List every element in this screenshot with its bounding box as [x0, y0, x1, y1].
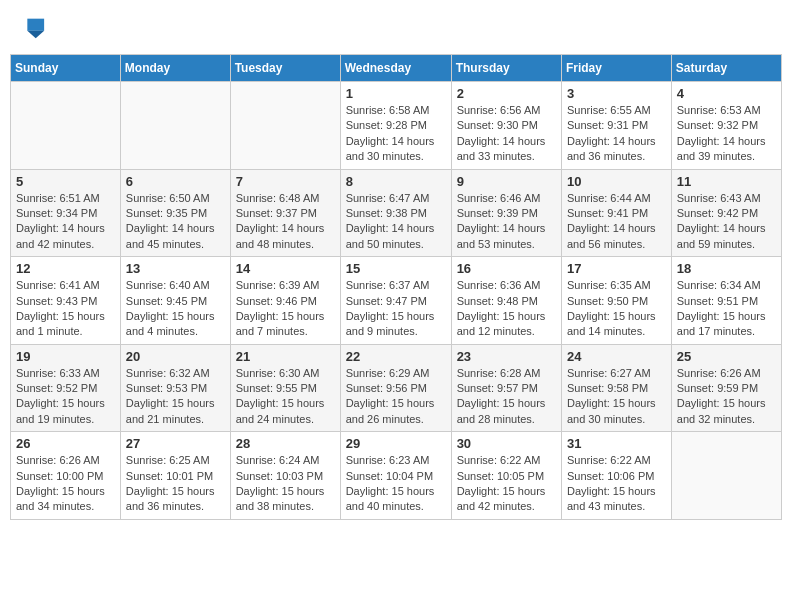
- day-number: 1: [346, 86, 446, 101]
- day-info: Sunrise: 6:26 AMSunset: 10:00 PMDaylight…: [16, 453, 115, 515]
- day-number: 21: [236, 349, 335, 364]
- day-cell: 23Sunrise: 6:28 AMSunset: 9:57 PMDayligh…: [451, 344, 561, 432]
- week-row-0: 1Sunrise: 6:58 AMSunset: 9:28 PMDaylight…: [11, 82, 782, 170]
- day-info-line: Sunrise: 6:25 AM: [126, 454, 210, 466]
- day-info-line: Sunset: 9:41 PM: [567, 207, 648, 219]
- day-number: 6: [126, 174, 225, 189]
- day-info-line: Daylight: 15 hours: [567, 485, 656, 497]
- day-info-line: Sunset: 10:06 PM: [567, 470, 654, 482]
- day-info: Sunrise: 6:53 AMSunset: 9:32 PMDaylight:…: [677, 103, 776, 165]
- day-info-line: Sunset: 9:34 PM: [16, 207, 97, 219]
- day-info-line: and 40 minutes.: [346, 500, 424, 512]
- day-info-line: Sunset: 9:42 PM: [677, 207, 758, 219]
- svg-marker-1: [27, 31, 44, 38]
- header-friday: Friday: [561, 55, 671, 82]
- day-info-line: Sunrise: 6:28 AM: [457, 367, 541, 379]
- day-number: 9: [457, 174, 556, 189]
- day-number: 27: [126, 436, 225, 451]
- day-info-line: and 43 minutes.: [567, 500, 645, 512]
- day-cell: 25Sunrise: 6:26 AMSunset: 9:59 PMDayligh…: [671, 344, 781, 432]
- day-cell: 15Sunrise: 6:37 AMSunset: 9:47 PMDayligh…: [340, 257, 451, 345]
- day-number: 31: [567, 436, 666, 451]
- day-cell: 22Sunrise: 6:29 AMSunset: 9:56 PMDayligh…: [340, 344, 451, 432]
- day-info: Sunrise: 6:48 AMSunset: 9:37 PMDaylight:…: [236, 191, 335, 253]
- day-cell: 29Sunrise: 6:23 AMSunset: 10:04 PMDaylig…: [340, 432, 451, 520]
- day-info-line: Sunset: 9:59 PM: [677, 382, 758, 394]
- day-cell: [120, 82, 230, 170]
- day-info-line: Sunset: 9:55 PM: [236, 382, 317, 394]
- day-info-line: Sunrise: 6:22 AM: [567, 454, 651, 466]
- day-info: Sunrise: 6:37 AMSunset: 9:47 PMDaylight:…: [346, 278, 446, 340]
- day-info: Sunrise: 6:22 AMSunset: 10:06 PMDaylight…: [567, 453, 666, 515]
- day-info-line: Sunrise: 6:50 AM: [126, 192, 210, 204]
- day-cell: 9Sunrise: 6:46 AMSunset: 9:39 PMDaylight…: [451, 169, 561, 257]
- day-info-line: Sunset: 9:45 PM: [126, 295, 207, 307]
- day-info: Sunrise: 6:23 AMSunset: 10:04 PMDaylight…: [346, 453, 446, 515]
- day-info-line: Sunset: 10:01 PM: [126, 470, 213, 482]
- day-cell: 19Sunrise: 6:33 AMSunset: 9:52 PMDayligh…: [11, 344, 121, 432]
- day-number: 7: [236, 174, 335, 189]
- day-info-line: and 17 minutes.: [677, 325, 755, 337]
- day-info-line: and 9 minutes.: [346, 325, 418, 337]
- day-info-line: Sunrise: 6:53 AM: [677, 104, 761, 116]
- day-info-line: Sunrise: 6:43 AM: [677, 192, 761, 204]
- day-info-line: Daylight: 14 hours: [567, 222, 656, 234]
- day-info-line: Sunset: 9:39 PM: [457, 207, 538, 219]
- day-info-line: Sunrise: 6:48 AM: [236, 192, 320, 204]
- day-info-line: and 50 minutes.: [346, 238, 424, 250]
- day-number: 15: [346, 261, 446, 276]
- day-cell: 21Sunrise: 6:30 AMSunset: 9:55 PMDayligh…: [230, 344, 340, 432]
- day-info-line: Sunset: 9:57 PM: [457, 382, 538, 394]
- day-info-line: and 26 minutes.: [346, 413, 424, 425]
- day-info-line: Sunrise: 6:56 AM: [457, 104, 541, 116]
- day-info-line: and 1 minute.: [16, 325, 83, 337]
- day-info-line: Daylight: 15 hours: [457, 310, 546, 322]
- day-info-line: Sunrise: 6:27 AM: [567, 367, 651, 379]
- day-number: 26: [16, 436, 115, 451]
- day-cell: 8Sunrise: 6:47 AMSunset: 9:38 PMDaylight…: [340, 169, 451, 257]
- day-info-line: and 42 minutes.: [16, 238, 94, 250]
- day-info-line: Sunrise: 6:51 AM: [16, 192, 100, 204]
- day-info: Sunrise: 6:28 AMSunset: 9:57 PMDaylight:…: [457, 366, 556, 428]
- day-info-line: Sunset: 9:48 PM: [457, 295, 538, 307]
- day-info-line: and 48 minutes.: [236, 238, 314, 250]
- day-info-line: and 59 minutes.: [677, 238, 755, 250]
- day-cell: 3Sunrise: 6:55 AMSunset: 9:31 PMDaylight…: [561, 82, 671, 170]
- day-info-line: Sunrise: 6:22 AM: [457, 454, 541, 466]
- day-number: 28: [236, 436, 335, 451]
- calendar-table: SundayMondayTuesdayWednesdayThursdayFrid…: [10, 54, 782, 520]
- day-info-line: Sunrise: 6:40 AM: [126, 279, 210, 291]
- day-info-line: Daylight: 14 hours: [346, 222, 435, 234]
- header-saturday: Saturday: [671, 55, 781, 82]
- day-info-line: Daylight: 14 hours: [236, 222, 325, 234]
- day-info-line: Daylight: 15 hours: [16, 310, 105, 322]
- day-info-line: Sunrise: 6:34 AM: [677, 279, 761, 291]
- day-info: Sunrise: 6:51 AMSunset: 9:34 PMDaylight:…: [16, 191, 115, 253]
- day-info: Sunrise: 6:30 AMSunset: 9:55 PMDaylight:…: [236, 366, 335, 428]
- day-info-line: Sunrise: 6:30 AM: [236, 367, 320, 379]
- day-number: 24: [567, 349, 666, 364]
- day-info: Sunrise: 6:33 AMSunset: 9:52 PMDaylight:…: [16, 366, 115, 428]
- day-number: 17: [567, 261, 666, 276]
- day-info-line: Daylight: 15 hours: [236, 485, 325, 497]
- day-cell: 6Sunrise: 6:50 AMSunset: 9:35 PMDaylight…: [120, 169, 230, 257]
- day-info-line: Sunrise: 6:23 AM: [346, 454, 430, 466]
- day-info: Sunrise: 6:34 AMSunset: 9:51 PMDaylight:…: [677, 278, 776, 340]
- day-number: 30: [457, 436, 556, 451]
- day-info-line: Sunrise: 6:33 AM: [16, 367, 100, 379]
- day-info-line: and 33 minutes.: [457, 150, 535, 162]
- day-info-line: and 36 minutes.: [126, 500, 204, 512]
- day-info-line: Sunset: 9:28 PM: [346, 119, 427, 131]
- day-info-line: Sunset: 9:53 PM: [126, 382, 207, 394]
- day-cell: [11, 82, 121, 170]
- day-info-line: Daylight: 14 hours: [16, 222, 105, 234]
- day-info: Sunrise: 6:50 AMSunset: 9:35 PMDaylight:…: [126, 191, 225, 253]
- day-info-line: Daylight: 15 hours: [677, 310, 766, 322]
- day-info-line: and 12 minutes.: [457, 325, 535, 337]
- day-cell: 26Sunrise: 6:26 AMSunset: 10:00 PMDaylig…: [11, 432, 121, 520]
- day-info-line: and 30 minutes.: [346, 150, 424, 162]
- day-info-line: Daylight: 15 hours: [346, 397, 435, 409]
- day-info: Sunrise: 6:26 AMSunset: 9:59 PMDaylight:…: [677, 366, 776, 428]
- day-info-line: and 32 minutes.: [677, 413, 755, 425]
- day-info-line: Daylight: 15 hours: [126, 397, 215, 409]
